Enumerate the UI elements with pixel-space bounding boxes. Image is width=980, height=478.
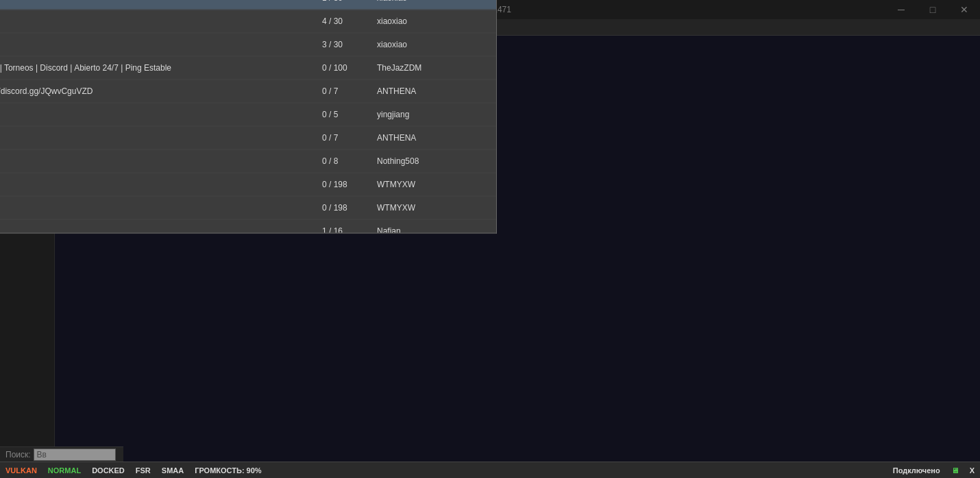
players-cell: 0 / 198 [318, 196, 373, 219]
table-row[interactable]: ▶ Saudi Arabia - multiplayer 1 / 16 Nafj… [0, 219, 496, 232]
players-cell: 0 / 7 [318, 80, 373, 102]
room-table: Предпочтительная игра ▾ Название комнаты… [0, 0, 496, 232]
host-cell: ANTHENA [373, 126, 496, 149]
table-row[interactable]: ▶ Pokémon Sword & Shield CN| & 3 / 30 xi… [0, 33, 496, 56]
host-cell: TheJazZDM [373, 56, 496, 79]
room-name-cell: 🔒 245494682 [0, 103, 318, 126]
players-cell: 0 / 5 [318, 103, 373, 126]
table-row[interactable]: ▶ (Animal Crossing New Horizons) ACNH Di… [0, 80, 496, 103]
status-bar: VULKAN NORMAL DOCKED FSR SMAA ГРОМКОСТЬ:… [0, 462, 980, 478]
room-name-cell: 🔒 [0, 150, 318, 172]
host-cell: Nafjan [373, 219, 496, 232]
table-row[interactable]: ▶ ¡Cualquier Juego! US | ExoTeam - Españ… [0, 56, 496, 80]
players-cell: 1 / 30 [318, 0, 373, 9]
table-row[interactable]: ▶ ( ) - https://discord.gg/JQwvCguVZD 0 … [0, 126, 496, 150]
host-cell: xiaoxiao [373, 0, 496, 9]
table-body[interactable]: ▶ Animal Crossing: New Horizons CN| 2 / … [0, 0, 496, 232]
host-cell: xiaoxiao [373, 10, 496, 32]
status-volume: ГРОМКОСТЬ: 90% [195, 466, 261, 475]
room-name-cell: CN| & [0, 0, 318, 9]
players-cell: 4 / 30 [318, 10, 373, 32]
status-fsr: FSR [136, 466, 151, 475]
table-row[interactable]: ▶ 🔒 0 / 198 WTMYXW [0, 173, 496, 196]
room-name-cell: - https://discord.gg/JQwvCguVZD [0, 126, 318, 149]
close-status-button[interactable]: X [970, 466, 975, 475]
players-cell: 0 / 8 [318, 150, 373, 172]
room-name-cell: ACNH Discord Community - https://discord… [0, 80, 318, 102]
status-docked: DOCKED [92, 466, 125, 475]
host-cell: yingjiang [373, 103, 496, 126]
host-cell: xiaoxiao [373, 33, 496, 56]
table-row[interactable]: ▶ Pokémon Scarlet Violet CN| & 1 / 30 xi… [0, 0, 496, 10]
host-cell: WTMYXW [373, 196, 496, 219]
room-name-cell: CN| & [0, 33, 318, 56]
table-row[interactable]: ▶ any games 🔒 0 / 8 Nothing508 [0, 150, 496, 173]
table-row[interactable]: ▶ 🔒 - 0 / 198 WTMYXW [0, 196, 496, 219]
players-cell: 3 / 30 [318, 33, 373, 56]
host-cell: Nothing508 [373, 150, 496, 172]
network-icon: 🖥 [951, 466, 959, 475]
host-cell: ANTHENA [373, 80, 496, 102]
status-vulkan: VULKAN [5, 466, 37, 475]
status-connected: Подключено [893, 466, 940, 475]
room-name-cell: US | ExoTeam - Español | Partidas | Torn… [0, 56, 318, 79]
players-cell: 1 / 16 [318, 219, 373, 232]
players-cell: 0 / 100 [318, 56, 373, 79]
room-name-cell: 🔒 - [0, 196, 318, 219]
room-name-cell: 🔒 [0, 173, 318, 195]
table-row[interactable]: ▶ (Animal Crossing: New HorizonS) 🔒 2454… [0, 103, 496, 126]
room-name-cell: CN| & [0, 10, 318, 32]
table-row[interactable]: ▶ Pokémon Sword & Shield CN| & 4 / 30 xi… [0, 10, 496, 33]
status-normal: NORMAL [48, 466, 81, 475]
room-browser-modal: Браузер публичных комнат ─ □ ✕ Псевдоним… [0, 0, 497, 233]
room-name-cell: Saudi Arabia - multiplayer [0, 219, 318, 232]
status-smaa: SMAA [162, 466, 184, 475]
players-cell: 0 / 7 [318, 126, 373, 149]
host-cell: WTMYXW [373, 173, 496, 195]
players-cell: 0 / 198 [318, 173, 373, 195]
